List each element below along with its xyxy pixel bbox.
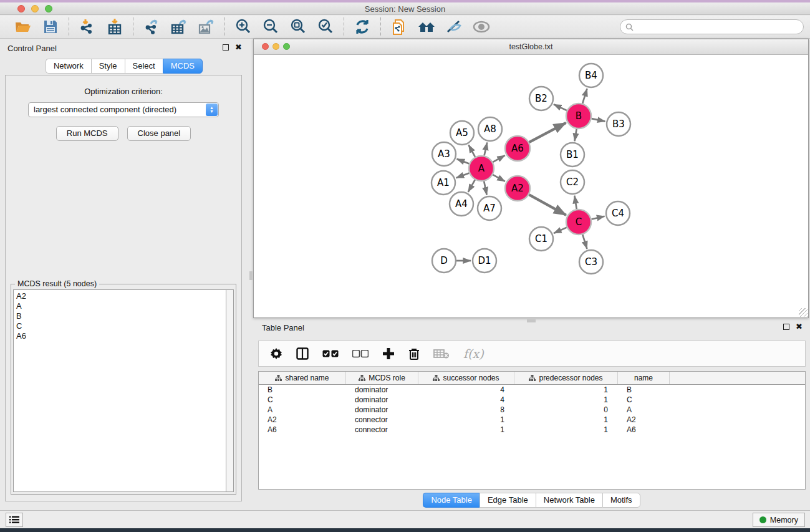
cell-successors[interactable]: 4: [418, 385, 514, 395]
edge-A-A3[interactable]: [457, 159, 470, 164]
cell-successors[interactable]: 1: [418, 425, 514, 435]
node-A[interactable]: A: [469, 156, 494, 181]
mcds-result-item[interactable]: A6: [16, 331, 226, 341]
mcds-result-item[interactable]: A: [16, 301, 226, 311]
open-file-icon[interactable]: [14, 17, 32, 36]
node-A6[interactable]: A6: [505, 136, 530, 161]
tab-network-table[interactable]: Network Table: [536, 493, 602, 508]
edge-A-A6[interactable]: [493, 155, 504, 162]
edge-A-A4[interactable]: [468, 180, 475, 192]
table-row[interactable]: Bdominator41B: [259, 385, 805, 395]
cell-mcds-role[interactable]: connector: [346, 425, 418, 435]
create-column-plus-icon[interactable]: [382, 347, 395, 360]
cell-shared-name[interactable]: C: [259, 395, 346, 405]
cell-name[interactable]: C: [618, 395, 670, 405]
close-table-panel-icon[interactable]: ✖: [796, 324, 803, 330]
node-A1[interactable]: A1: [432, 171, 455, 195]
column-header-name[interactable]: name: [618, 372, 670, 384]
apply-layout-icon[interactable]: [353, 17, 372, 36]
column-header-predecessor-nodes[interactable]: predecessor nodes: [514, 372, 618, 384]
edge-A2-C[interactable]: [529, 195, 566, 215]
close-panel-icon[interactable]: ✖: [235, 44, 242, 51]
tab-motifs[interactable]: Motifs: [602, 493, 640, 508]
node-A7[interactable]: A7: [478, 196, 501, 220]
zoom-out-icon[interactable]: [261, 17, 280, 36]
cell-predecessors[interactable]: 1: [514, 415, 618, 425]
export-image-icon[interactable]: [197, 17, 216, 36]
node-C2[interactable]: C2: [561, 170, 584, 194]
cell-predecessors[interactable]: 1: [514, 425, 618, 435]
import-network-icon[interactable]: [78, 17, 97, 36]
search-field[interactable]: [620, 19, 804, 34]
edge-B-B1[interactable]: [575, 129, 577, 142]
node-C3[interactable]: C3: [579, 250, 603, 274]
show-all-icon[interactable]: [472, 17, 491, 36]
network-window-titlebar[interactable]: testGlobe.txt: [254, 39, 808, 55]
first-neighbors-icon[interactable]: [417, 17, 436, 36]
export-table-icon[interactable]: [170, 17, 188, 36]
node-B4[interactable]: B4: [579, 64, 603, 87]
edge-A-A7[interactable]: [484, 181, 486, 195]
optimization-criterion-select[interactable]: largest connected component (directed) ▲…: [28, 102, 219, 117]
edge-C-C2[interactable]: [574, 196, 576, 210]
node-D1[interactable]: D1: [473, 249, 496, 273]
node-B2[interactable]: B2: [529, 87, 553, 110]
edge-B-B2[interactable]: [554, 104, 567, 110]
search-input[interactable]: [634, 21, 803, 33]
column-header-successor-nodes[interactable]: successor nodes: [418, 372, 514, 384]
cell-shared-name[interactable]: A2: [259, 415, 346, 425]
window-resize-grip[interactable]: [799, 308, 808, 317]
table-row[interactable]: A6connector11A6: [259, 425, 805, 435]
deselect-all-columns-icon[interactable]: [352, 350, 369, 358]
run-mcds-button[interactable]: Run MCDS: [56, 126, 118, 141]
node-B1[interactable]: B1: [561, 143, 584, 167]
float-panel-icon[interactable]: [223, 44, 229, 51]
mcds-result-item[interactable]: B: [16, 311, 226, 321]
show-columns-icon[interactable]: [296, 347, 309, 360]
vertical-splitter-handle[interactable]: [249, 271, 253, 280]
result-list-scrollbar[interactable]: [226, 289, 234, 492]
edge-A-A2[interactable]: [493, 175, 504, 181]
cell-shared-name[interactable]: B: [259, 385, 346, 395]
node-C1[interactable]: C1: [529, 227, 553, 251]
new-network-from-selection-icon[interactable]: [390, 17, 408, 36]
node-C[interactable]: C: [566, 210, 591, 235]
edge-B-B3[interactable]: [592, 118, 605, 121]
cell-mcds-role[interactable]: dominator: [346, 385, 418, 395]
delete-columns-trash-icon[interactable]: [408, 347, 420, 360]
network-canvas[interactable]: B4B2BB3A5A8A6B1A3AA1C2A2A4A7CC4C1C3DD1: [254, 56, 808, 317]
node-D[interactable]: D: [432, 249, 456, 273]
cell-name[interactable]: A6: [618, 425, 670, 435]
task-history-button[interactable]: [6, 513, 23, 527]
tab-mcds[interactable]: MCDS: [163, 59, 203, 74]
node-B[interactable]: B: [566, 104, 591, 128]
node-B3[interactable]: B3: [607, 112, 630, 136]
cell-name[interactable]: A2: [618, 415, 670, 425]
edge-C-C1[interactable]: [554, 228, 567, 233]
memory-button[interactable]: Memory: [753, 513, 805, 527]
cell-name[interactable]: A: [618, 405, 670, 415]
node-A4[interactable]: A4: [450, 192, 473, 216]
cell-successors[interactable]: 1: [418, 415, 514, 425]
cell-successors[interactable]: 8: [418, 405, 514, 415]
save-session-icon[interactable]: [41, 17, 60, 36]
cell-predecessors[interactable]: 1: [514, 395, 618, 405]
cell-shared-name[interactable]: A6: [259, 425, 346, 435]
table-row[interactable]: Adominator80A: [259, 405, 805, 415]
cell-predecessors[interactable]: 1: [514, 385, 618, 395]
tab-edge-table[interactable]: Edge Table: [480, 493, 536, 508]
edge-A-A5[interactable]: [469, 145, 475, 157]
cell-successors[interactable]: 4: [418, 395, 514, 405]
table-options-gear-icon[interactable]: [270, 347, 282, 360]
tab-node-table[interactable]: Node Table: [423, 493, 480, 508]
tab-select[interactable]: Select: [125, 59, 163, 74]
edge-C-C4[interactable]: [591, 216, 604, 220]
column-header-shared-name[interactable]: shared name: [259, 372, 346, 384]
node-C4[interactable]: C4: [606, 201, 630, 225]
export-network-icon[interactable]: [142, 17, 161, 36]
edge-B-B4[interactable]: [582, 89, 587, 104]
node-A8[interactable]: A8: [478, 117, 502, 141]
zoom-fit-icon[interactable]: [289, 17, 307, 36]
cell-mcds-role[interactable]: connector: [346, 415, 418, 425]
zoom-in-icon[interactable]: [234, 17, 253, 36]
